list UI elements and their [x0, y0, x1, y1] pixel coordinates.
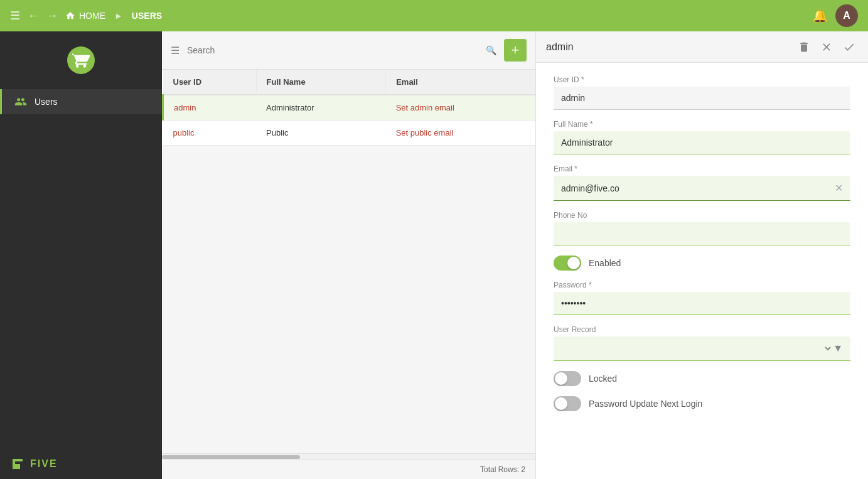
back-icon[interactable]: ← [28, 9, 39, 23]
table-header-row: User ID Full Name Email [163, 70, 536, 95]
phone-label: Phone No [554, 211, 850, 220]
user-record-select-wrap: ▼ [554, 336, 850, 361]
detail-panel: admin User ID * [535, 31, 868, 479]
full-name-input[interactable] [561, 137, 843, 148]
search-input[interactable] [185, 43, 499, 58]
list-panel: ☰ 🔍 + User ID Full Name Email adminAdmin… [162, 31, 535, 479]
phone-input-wrap [554, 222, 850, 245]
five-logo: FIVE [10, 456, 152, 471]
col-full-name: Full Name [256, 70, 386, 95]
password-input-wrap [554, 292, 850, 315]
user-record-label: User Record [554, 325, 850, 334]
home-icon [65, 11, 75, 21]
horizontal-scrollbar[interactable] [162, 453, 535, 460]
search-bar: ☰ 🔍 + [162, 31, 535, 70]
top-navbar: ☰ ← → HOME ► USERS 🔔 A [0, 0, 868, 31]
enabled-toggle-knob [567, 257, 580, 269]
cell-full-name: Administrator [256, 95, 386, 121]
sidebar-logo [0, 41, 162, 89]
email-input-wrap: ✕ [554, 176, 850, 201]
col-user-id: User ID [163, 70, 257, 95]
full-name-input-wrap [554, 131, 850, 154]
enabled-toggle-row: Enabled [554, 256, 850, 271]
total-rows-label: Total Rows: 2 [480, 465, 525, 474]
nav-separator: ► [114, 11, 123, 21]
filter-icon[interactable]: ☰ [171, 45, 179, 57]
enabled-label: Enabled [589, 258, 621, 268]
svg-marker-0 [13, 459, 23, 469]
delete-icon [798, 41, 810, 53]
cart-icon [72, 51, 90, 69]
pwd-update-toggle-row: Password Update Next Login [554, 396, 850, 411]
user-id-label: User ID * [554, 75, 850, 84]
detail-title: admin [546, 41, 795, 53]
user-id-input[interactable] [561, 93, 843, 103]
search-input-wrapper: 🔍 [185, 43, 499, 58]
cell-user-id: public [163, 121, 257, 146]
email-label: Email * [554, 164, 850, 173]
close-icon [820, 41, 833, 53]
users-nav-label: USERS [132, 11, 162, 21]
five-logo-icon [10, 456, 25, 471]
sidebar-item-users[interactable]: Users [0, 89, 162, 114]
locked-label: Locked [589, 374, 617, 384]
phone-field: Phone No [554, 211, 850, 245]
user-record-select[interactable] [561, 343, 833, 354]
email-field: Email * ✕ [554, 164, 850, 201]
home-nav-item[interactable]: HOME [65, 11, 105, 21]
pwd-update-toggle[interactable] [554, 396, 581, 411]
detail-actions [795, 38, 858, 56]
add-button[interactable]: + [504, 39, 527, 62]
password-field: Password * [554, 281, 850, 315]
home-label: HOME [79, 11, 105, 21]
password-input[interactable] [561, 298, 843, 308]
sidebar-users-label: Users [35, 97, 58, 107]
table-row[interactable]: adminAdministratorSet admin email [163, 95, 536, 121]
scroll-thumb [162, 455, 300, 459]
table-footer: Total Rows: 2 [162, 460, 535, 479]
cell-email: Set public email [386, 121, 535, 146]
detail-body: User ID * Full Name * Email * ✕ [536, 63, 868, 479]
notification-bell-icon[interactable]: 🔔 [812, 8, 828, 23]
email-input[interactable] [561, 183, 835, 193]
phone-input[interactable] [561, 229, 843, 239]
search-icon[interactable]: 🔍 [486, 45, 496, 55]
main-area: Users FIVE ☰ 🔍 + [0, 31, 868, 479]
users-table: User ID Full Name Email adminAdministrat… [162, 70, 535, 146]
full-name-field: Full Name * [554, 120, 850, 154]
users-icon [14, 95, 27, 108]
sidebar-bottom: FIVE [0, 449, 162, 479]
email-clear-button[interactable]: ✕ [835, 182, 843, 194]
cell-email: Set admin email [386, 95, 535, 121]
locked-toggle-knob [555, 372, 567, 385]
table-row[interactable]: publicPublicSet public email [163, 121, 536, 146]
user-record-field: User Record ▼ [554, 325, 850, 361]
app-logo-icon [67, 46, 95, 74]
user-id-input-wrap [554, 87, 850, 110]
menu-icon[interactable]: ☰ [10, 9, 20, 23]
full-name-label: Full Name * [554, 120, 850, 129]
locked-toggle[interactable] [554, 371, 581, 386]
users-table-wrapper: User ID Full Name Email adminAdministrat… [162, 70, 535, 453]
five-logo-text: FIVE [30, 458, 58, 470]
pwd-update-label: Password Update Next Login [589, 399, 702, 409]
cell-full-name: Public [256, 121, 386, 146]
check-icon [843, 41, 855, 53]
user-id-field: User ID * [554, 75, 850, 110]
forward-icon[interactable]: → [46, 9, 58, 23]
password-label: Password * [554, 281, 850, 289]
locked-toggle-row: Locked [554, 371, 850, 386]
cell-user-id: admin [163, 95, 257, 121]
avatar[interactable]: A [835, 4, 858, 27]
enabled-toggle[interactable] [554, 256, 581, 271]
detail-header: admin [536, 31, 868, 63]
close-button[interactable] [818, 38, 835, 56]
sidebar: Users FIVE [0, 31, 162, 479]
delete-button[interactable] [795, 38, 813, 56]
pwd-update-toggle-knob [555, 397, 567, 410]
save-button[interactable] [840, 38, 858, 56]
col-email: Email [386, 70, 535, 95]
dropdown-arrow-icon: ▼ [833, 343, 843, 354]
